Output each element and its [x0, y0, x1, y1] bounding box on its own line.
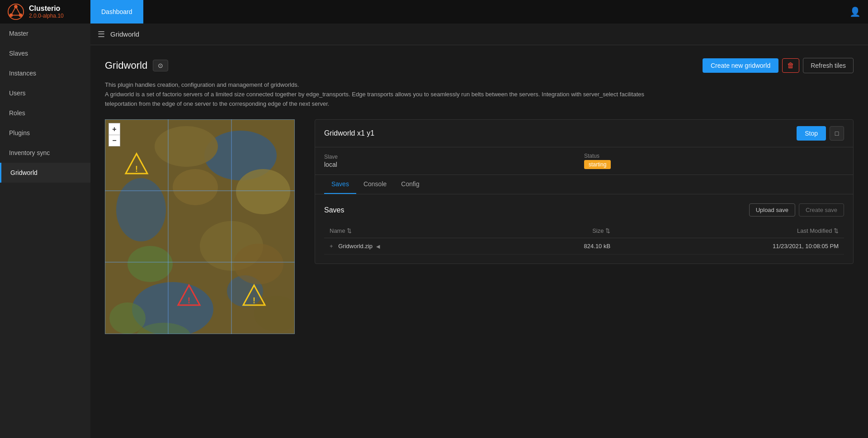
logo-text: Clusterio 2.0.0-alpha.10 [29, 5, 64, 19]
svg-point-12 [155, 126, 218, 167]
instance-tabs: Saves Console Config [315, 175, 853, 194]
slave-label: Slave [324, 154, 584, 160]
sidebar-item-instances[interactable]: Instances [0, 63, 90, 83]
tab-console[interactable]: Console [356, 175, 394, 194]
svg-text:!: ! [188, 296, 190, 305]
sidebar-item-gridworld[interactable]: Gridworld [0, 163, 90, 183]
map-panel-row: + − [105, 119, 854, 334]
svg-point-18 [173, 169, 218, 205]
saves-actions: Upload save Create save [749, 203, 844, 217]
map-container: + − [105, 119, 304, 334]
topbar: Clusterio 2.0.0-alpha.10 Dashboard 👤 [0, 0, 868, 24]
svg-line-4 [11, 7, 16, 15]
saves-section: Saves Upload save Create save [315, 194, 853, 264]
row-size-cell: 824.10 kB [505, 238, 616, 254]
col-last-modified[interactable]: Last Modified ⇅ [616, 224, 844, 238]
zoom-out-button[interactable]: − [108, 135, 120, 146]
row-last-modified-cell: 11/23/2021, 10:08:05 PM [616, 238, 844, 254]
svg-point-17 [109, 302, 146, 334]
logo-icon [7, 3, 24, 20]
instance-title: Gridworld x1 y1 [324, 129, 374, 137]
sidebar-item-inventory-sync[interactable]: Inventory sync [0, 143, 90, 163]
instance-header-actions: Stop □ [797, 126, 844, 141]
github-icon: ⊙ [158, 62, 163, 69]
create-gridworld-button[interactable]: Create new gridworld [703, 58, 778, 73]
header-actions: Create new gridworld 🗑 Refresh tiles [703, 58, 854, 73]
plugin-desc-line1: This plugin handles creation, configurat… [105, 80, 670, 90]
status-row: Slave local Status starting [315, 147, 853, 175]
plugin-header: Gridworld ⊙ Create new gridworld 🗑 Refre… [105, 58, 854, 73]
tab-saves[interactable]: Saves [324, 175, 356, 194]
svg-point-14 [127, 246, 173, 282]
saves-table-body: + Gridworld.zip ◀ 824.10 kB 11/23/2021, … [324, 238, 844, 254]
sidebar-item-users[interactable]: Users [0, 83, 90, 103]
sidebar-item-slaves[interactable]: Slaves [0, 43, 90, 63]
col-name[interactable]: Name ⇅ [324, 224, 505, 238]
create-save-button[interactable]: Create save [799, 203, 844, 217]
svg-line-5 [16, 7, 20, 15]
saves-title: Saves [324, 206, 344, 214]
row-name-cell: + Gridworld.zip ◀ [324, 238, 505, 254]
saves-table-head: Name ⇅ Size ⇅ Last Modified ⇅ [324, 224, 844, 238]
map-canvas: ! ! ! [105, 119, 295, 334]
trash-icon: 🗑 [787, 61, 794, 69]
map-controls: + − [108, 123, 120, 146]
saves-table: Name ⇅ Size ⇅ Last Modified ⇅ [324, 224, 844, 254]
slave-col: Slave local [324, 154, 584, 168]
saves-table-header-row: Name ⇅ Size ⇅ Last Modified ⇅ [324, 224, 844, 238]
svg-text:!: ! [253, 296, 255, 305]
content-header: ☰ Gridworld [90, 24, 868, 45]
refresh-tiles-button[interactable]: Refresh tiles [803, 58, 854, 73]
slave-value: local [324, 161, 584, 168]
table-row: + Gridworld.zip ◀ 824.10 kB 11/23/2021, … [324, 238, 844, 254]
app-name: Clusterio [29, 5, 64, 13]
logo-area: Clusterio 2.0.0-alpha.10 [0, 3, 90, 20]
instance-delete-button[interactable]: □ [830, 126, 844, 141]
user-icon[interactable]: 👤 [849, 7, 861, 17]
saves-header: Saves Upload save Create save [324, 203, 844, 217]
upload-save-button[interactable]: Upload save [749, 203, 795, 217]
sidebar-item-master[interactable]: Master [0, 24, 90, 43]
svg-point-19 [234, 244, 283, 284]
trash-icon-small: □ [835, 130, 839, 137]
save-marker: ◀ [376, 244, 380, 249]
col-size[interactable]: Size ⇅ [505, 224, 616, 238]
tab-config[interactable]: Config [394, 175, 426, 194]
save-filename: Gridworld.zip [338, 243, 373, 250]
content: ☰ Gridworld Gridworld ⊙ Create new gridw… [90, 24, 868, 438]
sidebar-item-roles[interactable]: Roles [0, 103, 90, 123]
app-version: 2.0.0-alpha.10 [29, 13, 64, 19]
svg-point-13 [236, 169, 290, 214]
plugin-area: Gridworld ⊙ Create new gridworld 🗑 Refre… [90, 45, 868, 347]
right-panel: Gridworld x1 y1 Stop □ Slave [315, 119, 854, 334]
map-terrain-svg: ! ! ! [105, 119, 295, 334]
expand-button[interactable]: + [330, 243, 333, 250]
plugin-title: Gridworld [105, 60, 147, 71]
main-layout: Master Slaves Instances Users Roles Plug… [0, 24, 868, 438]
status-value: starting [584, 160, 844, 169]
topbar-right: 👤 [849, 6, 868, 17]
svg-point-9 [116, 178, 166, 241]
github-button[interactable]: ⊙ [153, 60, 168, 71]
sidebar-item-plugins[interactable]: Plugins [0, 123, 90, 143]
sidebar: Master Slaves Instances Users Roles Plug… [0, 24, 90, 438]
plugin-desc-line2: A gridworld is a set of factorio servers… [105, 90, 670, 109]
svg-text:!: ! [135, 165, 138, 174]
status-col: Status starting [584, 153, 844, 169]
plugin-description: This plugin handles creation, configurat… [105, 80, 670, 108]
status-badge: starting [584, 160, 611, 169]
hamburger-icon[interactable]: ☰ [98, 29, 105, 39]
plugin-title-row: Gridworld ⊙ [105, 60, 168, 71]
stop-button[interactable]: Stop [797, 126, 826, 141]
zoom-in-button[interactable]: + [108, 123, 120, 135]
page-title: Gridworld [110, 30, 139, 38]
status-label: Status [584, 153, 844, 159]
dashboard-tab[interactable]: Dashboard [90, 0, 143, 24]
instance-card-header: Gridworld x1 y1 Stop □ [315, 120, 853, 147]
instance-card: Gridworld x1 y1 Stop □ Slave [315, 119, 854, 264]
delete-button[interactable]: 🗑 [782, 58, 799, 73]
